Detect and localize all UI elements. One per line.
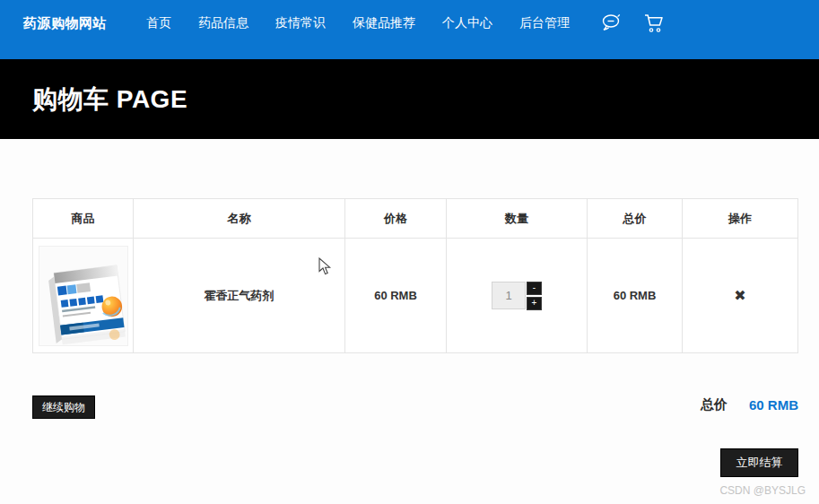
quantity-stepper: - +: [447, 282, 587, 310]
stepper-buttons: - +: [527, 282, 542, 310]
page-title: 购物车 PAGE: [32, 83, 187, 117]
remove-item-button[interactable]: ✖: [734, 288, 745, 303]
nav-links: 首页 药品信息 疫情常识 保健品推荐 个人中心 后台管理: [146, 15, 570, 31]
top-navbar: 药源购物网站 首页 药品信息 疫情常识 保健品推荐 个人中心 后台管理: [0, 0, 819, 59]
quantity-decrease-button[interactable]: -: [527, 282, 542, 295]
action-cell: ✖: [683, 239, 798, 353]
quantity-increase-button[interactable]: +: [527, 297, 542, 310]
page-header: 购物车 PAGE: [0, 59, 819, 139]
col-header-total: 总价: [588, 199, 683, 239]
checkout-button[interactable]: 立即结算: [720, 448, 798, 477]
nav-icons: [598, 11, 667, 36]
nav-item-personal-center[interactable]: 个人中心: [442, 15, 492, 31]
csdn-watermark: CSDN @BYSJLG: [719, 484, 806, 497]
total-label: 总价: [701, 396, 728, 413]
quantity-cell: - +: [447, 239, 588, 353]
col-header-product: 商品: [33, 199, 134, 239]
nav-item-home[interactable]: 首页: [146, 15, 171, 31]
cart-table-header-row: 商品 名称 价格 数量 总价 操作: [33, 199, 798, 239]
col-header-action: 操作: [683, 199, 798, 239]
product-image-cell: [33, 239, 134, 353]
cart-total-summary: 总价 60 RMB: [701, 395, 798, 413]
row-total-price: 60 RMB: [588, 239, 683, 353]
chat-icon[interactable]: [598, 11, 623, 36]
site-logo[interactable]: 药源购物网站: [23, 15, 107, 32]
nav-item-healthcare-recommend[interactable]: 保健品推荐: [353, 15, 415, 31]
cart-table: 商品 名称 价格 数量 总价 操作: [32, 198, 798, 353]
col-header-name: 名称: [134, 199, 345, 239]
shopping-cart-page: 药源购物网站 首页 药品信息 疫情常识 保健品推荐 个人中心 后台管理: [0, 0, 819, 504]
nav-item-epidemic-knowledge[interactable]: 疫情常识: [275, 15, 326, 31]
nav-item-admin[interactable]: 后台管理: [519, 15, 570, 31]
quantity-input[interactable]: [492, 282, 526, 309]
cart-icon[interactable]: [641, 11, 667, 36]
product-image[interactable]: [39, 246, 128, 346]
continue-shopping-button[interactable]: 继续购物: [32, 395, 95, 419]
product-name: 霍香正气药剂: [134, 239, 345, 353]
col-header-price: 价格: [345, 199, 447, 239]
cart-row: 霍香正气药剂 60 RMB - + 60 RMB ✖: [33, 239, 798, 353]
product-price: 60 RMB: [345, 239, 447, 353]
total-value: 60 RMB: [749, 397, 798, 413]
nav-item-drug-info[interactable]: 药品信息: [198, 15, 248, 31]
col-header-quantity: 数量: [447, 199, 588, 239]
